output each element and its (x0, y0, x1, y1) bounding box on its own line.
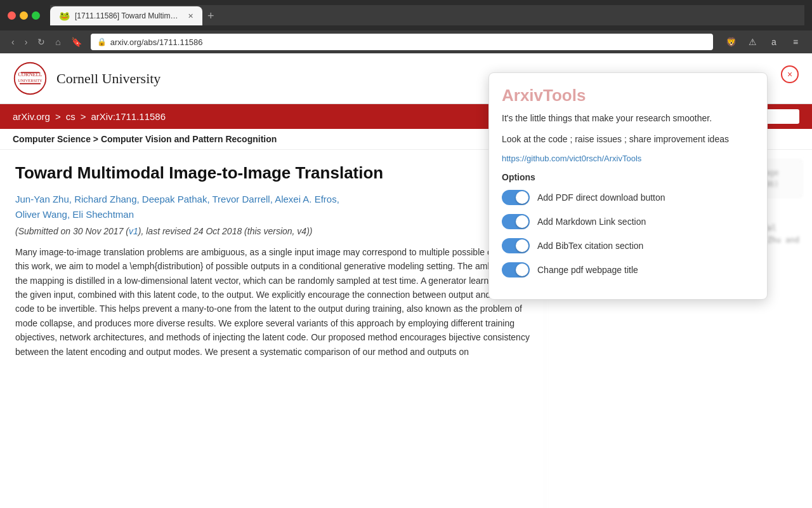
option-label-pdf: Add PDF direct download button (537, 192, 665, 203)
popup-option-markdown: Add Markdown Link section (502, 214, 754, 229)
nav-arxiv-link[interactable]: arXiv.org (13, 111, 50, 122)
paper-authors: Jun-Yan Zhu, Richard Zhang, Deepak Patha… (15, 192, 530, 222)
cornell-logo: CORNELL UNIVERSITY (13, 61, 48, 96)
page-content: CORNELL UNIVERSITY Cornell University ar… (0, 53, 812, 508)
toggle-pdf-title[interactable] (502, 262, 530, 277)
nav-paper-link[interactable]: arXiv:1711.11586 (91, 111, 166, 122)
popup-desc-2: Look at the code ; raise issues ; share … (502, 133, 754, 146)
address-row: ‹ › ↻ ⌂ 🔖 🔒 arxiv.org/abs/1711.11586 🦁 ⚠… (0, 30, 812, 53)
v1-link[interactable]: v1 (129, 226, 138, 236)
author-jun-yan-zhu[interactable]: Jun-Yan Zhu (15, 194, 69, 204)
paper-main-content: Toward Multimodal Image-to-Image Transla… (0, 150, 546, 508)
new-tab-button[interactable]: + (202, 6, 219, 25)
author-eli-shechtman[interactable]: Eli Shechtman (72, 209, 134, 220)
popup-title: ArxivTools (502, 86, 754, 105)
nav-sep-2: > (81, 111, 86, 122)
popup-desc-1: It's the little things that make your re… (502, 112, 754, 125)
option-label-bibtex: Add BibTex citation section (537, 241, 643, 251)
author-alexei-efros[interactable]: Alexei A. Efros (275, 194, 337, 204)
paper-title: Toward Multimodal Image-to-Image Transla… (15, 163, 530, 184)
tab-title: [1711.11586] Toward Multimodal... (75, 11, 180, 20)
tab-close-button[interactable]: ✕ (188, 12, 193, 20)
tab-favicon: 🐸 (59, 11, 70, 21)
popup-github-link[interactable]: https://github.com/vict0rsch/ArxivTools (502, 154, 754, 163)
paper-dates: (Submitted on 30 Nov 2017 (v1), last rev… (15, 226, 530, 236)
toggle-markdown-link[interactable] (502, 214, 530, 229)
lock-icon: 🔒 (97, 37, 107, 46)
tab-bar: 🐸 [1711.11586] Toward Multimodal... ✕ + (50, 5, 804, 25)
traffic-lights (8, 11, 40, 20)
address-bar[interactable]: 🔒 arxiv.org/abs/1711.11586 (91, 34, 713, 50)
minimize-traffic-light[interactable] (20, 11, 28, 20)
bookmark-button[interactable]: 🔖 (67, 36, 86, 48)
reload-button[interactable]: ↻ (34, 36, 49, 48)
paper-abstract: Many image-to-image translation problems… (15, 245, 530, 359)
popup-option-title: Change pdf webpage title (502, 262, 754, 277)
popup-option-pdf: Add PDF direct download button (502, 190, 754, 205)
author-trevor-darrell[interactable]: Trevor Darrell (213, 194, 270, 204)
cornell-university-name: Cornell University (56, 70, 160, 87)
navigation-buttons: ‹ › ↻ ⌂ 🔖 (8, 36, 86, 48)
arxivtools-popup[interactable]: ArxivTools It's the little things that m… (488, 72, 768, 300)
popup-close-button[interactable]: × (781, 65, 799, 83)
brave-shields-button[interactable]: 🦁 (722, 33, 740, 51)
toggle-pdf-download[interactable] (502, 190, 530, 205)
author-oliver-wang[interactable]: Oliver Wang (15, 209, 67, 220)
browser-chrome: 🐸 [1711.11586] Toward Multimodal... ✕ + (0, 0, 812, 30)
extension-a-button[interactable]: a (765, 33, 783, 51)
author-richard-zhang[interactable]: Richard Zhang (74, 194, 136, 204)
forward-button[interactable]: › (21, 36, 32, 48)
option-label-markdown: Add Markdown Link section (537, 217, 646, 227)
menu-button[interactable]: ≡ (787, 33, 804, 51)
url-text: arxiv.org/abs/1711.11586 (110, 37, 203, 47)
toggle-bibtex-citation[interactable] (502, 238, 530, 253)
home-button[interactable]: ⌂ (51, 36, 64, 48)
svg-rect-4 (21, 72, 39, 73)
svg-rect-3 (20, 83, 41, 84)
browser-extension-buttons: 🦁 ⚠ a ≡ (722, 33, 804, 51)
fullscreen-traffic-light[interactable] (32, 11, 40, 20)
option-label-title: Change pdf webpage title (537, 265, 638, 275)
nav-sep-1: > (55, 111, 61, 122)
close-traffic-light[interactable] (8, 11, 16, 20)
svg-text:UNIVERSITY: UNIVERSITY (18, 78, 43, 83)
popup-options-title: Options (502, 172, 754, 182)
back-button[interactable]: ‹ (8, 36, 18, 48)
popup-option-bibtex: Add BibTex citation section (502, 238, 754, 253)
extension-warning-button[interactable]: ⚠ (743, 33, 761, 51)
active-tab[interactable]: 🐸 [1711.11586] Toward Multimodal... ✕ (50, 6, 202, 25)
author-deepak-pathak[interactable]: Deepak Pathak (142, 194, 207, 204)
breadcrumb-text: Computer Science > Computer Vision and P… (13, 134, 277, 144)
nav-cs-link[interactable]: cs (66, 111, 75, 122)
